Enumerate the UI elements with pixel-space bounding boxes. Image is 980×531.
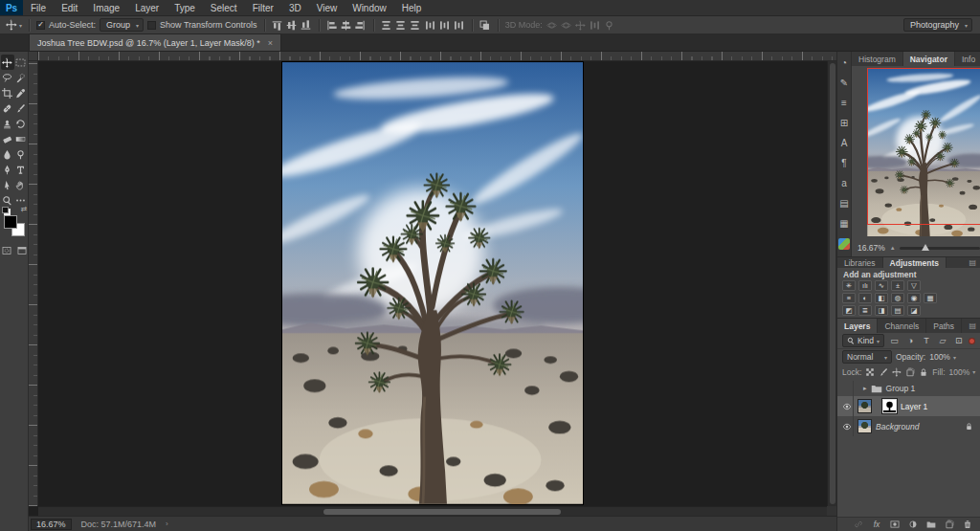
adjustment-hue-saturation[interactable]: ≡ xyxy=(842,293,856,303)
tab-adjustments[interactable]: Adjustments xyxy=(883,257,947,268)
layer-row-group1[interactable]: ▸ Group 1 xyxy=(837,381,980,396)
filter-smart-objects-icon[interactable]: ⊡ xyxy=(952,335,965,346)
layer-name[interactable]: Background xyxy=(876,422,919,431)
brush-panel-icon[interactable]: ✎ xyxy=(837,77,851,89)
crop-tool[interactable] xyxy=(1,85,14,100)
tab-navigator[interactable]: Navigator xyxy=(903,52,955,66)
navigator-thumbnail[interactable] xyxy=(867,68,980,236)
menu-help[interactable]: Help xyxy=(394,0,430,15)
align-bottom-button[interactable] xyxy=(301,19,312,31)
lasso-tool[interactable] xyxy=(1,70,14,85)
horizontal-scrollbar-thumb[interactable] xyxy=(323,509,561,515)
canvas-area[interactable] xyxy=(29,52,836,516)
distribute-right-button[interactable] xyxy=(454,19,465,31)
vertical-scrollbar[interactable] xyxy=(827,61,836,506)
layer-thumbnail[interactable] xyxy=(858,419,872,433)
filter-adjustment-layers-icon[interactable]: ◑ xyxy=(904,335,917,346)
default-colors-icon[interactable] xyxy=(2,207,9,213)
new-layer-button[interactable] xyxy=(944,520,955,530)
filter-pixel-layers-icon[interactable]: ▭ xyxy=(888,335,901,346)
adjustment-color-lookup[interactable]: ▦ xyxy=(924,293,937,303)
layer-row-layer1[interactable]: Layer 1 xyxy=(837,396,980,416)
filter-type-layers-icon[interactable]: T xyxy=(921,335,933,346)
tab-info[interactable]: Info xyxy=(955,52,980,66)
tab-channels[interactable]: Channels xyxy=(878,319,926,333)
menu-select[interactable]: Select xyxy=(203,0,245,15)
menu-edit[interactable]: Edit xyxy=(54,0,85,15)
distribute-top-button[interactable] xyxy=(381,19,392,31)
menu-3d[interactable]: 3D xyxy=(281,0,309,15)
tab-histogram[interactable]: Histogram xyxy=(852,52,903,66)
path-selection-tool[interactable] xyxy=(1,177,14,192)
rectangular-marquee-tool[interactable] xyxy=(14,55,28,70)
adjustment-brightness-contrast[interactable]: ✳ xyxy=(842,280,856,291)
distribute-bottom-button[interactable] xyxy=(410,19,421,31)
fill-input[interactable]: 100%▾ xyxy=(949,367,976,377)
eraser-tool[interactable] xyxy=(1,131,14,146)
distribute-vertical-centers-button[interactable] xyxy=(395,19,407,31)
blend-mode-select[interactable]: Normal▾ xyxy=(842,350,892,364)
vertical-ruler[interactable] xyxy=(29,61,38,506)
distribute-horizontal-centers-button[interactable] xyxy=(439,19,451,31)
layer-filtering-toggle[interactable] xyxy=(969,338,975,344)
new-adjustment-layer-button[interactable] xyxy=(907,520,919,530)
adjustment-threshold[interactable]: ◨ xyxy=(875,305,888,316)
horizontal-ruler[interactable] xyxy=(38,52,836,61)
lock-transparency-button[interactable] xyxy=(865,366,875,377)
auto-align-layers-button[interactable] xyxy=(479,19,491,31)
lock-all-button[interactable] xyxy=(919,366,928,377)
zoom-out-icon[interactable]: ▲ xyxy=(890,245,896,251)
zoom-tool[interactable] xyxy=(1,192,14,208)
adjustment-color-balance[interactable]: ◐ xyxy=(858,293,872,303)
mini-bridge-panel-icon[interactable] xyxy=(838,238,850,250)
foreground-color-swatch[interactable] xyxy=(4,215,17,229)
auto-select-checkbox[interactable] xyxy=(36,21,45,30)
tool-presets-panel-icon[interactable]: ≡ xyxy=(837,98,851,109)
canvas[interactable] xyxy=(38,61,827,506)
panel-menu-icon[interactable]: ▤ xyxy=(965,319,980,333)
quick-mask-button[interactable] xyxy=(1,246,12,255)
opacity-input[interactable]: 100%▾ xyxy=(929,352,956,362)
navigator-view-box[interactable] xyxy=(867,68,980,225)
adjustment-selective-color[interactable]: ◪ xyxy=(907,305,921,316)
menu-file[interactable]: File xyxy=(23,0,54,15)
histogram-compact-panel-icon[interactable]: ▦ xyxy=(837,218,851,230)
align-right-button[interactable] xyxy=(355,19,367,31)
tab-libraries[interactable]: Libraries xyxy=(837,257,883,268)
status-options-chevron[interactable]: › xyxy=(166,520,168,528)
adjustment-exposure[interactable]: ± xyxy=(891,280,904,291)
clone-stamp-tool[interactable] xyxy=(1,116,14,131)
current-tool-preset[interactable]: ▾ xyxy=(6,19,22,31)
zoom-level-input[interactable]: 16.67% xyxy=(31,519,72,530)
workspace-select[interactable]: Photography▾ xyxy=(903,18,972,32)
show-transform-checkbox[interactable] xyxy=(147,21,156,30)
adjustment-vibrance[interactable]: ▽ xyxy=(907,280,921,291)
layer-filter-kind-select[interactable]: Kind ▾ xyxy=(842,334,884,347)
distribute-left-button[interactable] xyxy=(425,19,436,31)
adjustment-channel-mixer[interactable]: ◉ xyxy=(907,293,921,303)
layer-style-button[interactable]: fx xyxy=(871,520,882,530)
spot-healing-brush-tool[interactable] xyxy=(1,100,14,116)
align-horizontal-centers-button[interactable] xyxy=(341,19,352,31)
gradient-tool[interactable] xyxy=(14,131,28,146)
paragraph-styles-panel-icon[interactable]: ▤ xyxy=(837,198,851,210)
menu-window[interactable]: Window xyxy=(345,0,394,15)
visibility-toggle[interactable] xyxy=(840,396,854,416)
layer-mask-thumbnail[interactable] xyxy=(882,399,897,413)
eyedropper-tool[interactable] xyxy=(14,85,28,100)
document-tab[interactable]: Joshua Tree BDW.psd @ 16.7% (Layer 1, La… xyxy=(29,33,281,51)
hand-tool[interactable] xyxy=(14,177,28,192)
visibility-toggle[interactable] xyxy=(840,416,854,436)
menu-view[interactable]: View xyxy=(309,0,345,15)
clone-source-panel-icon[interactable]: ◔ xyxy=(837,57,851,69)
zoom-slider-track[interactable] xyxy=(900,247,980,250)
align-top-button[interactable] xyxy=(272,19,283,31)
lock-position-button[interactable] xyxy=(892,366,902,377)
link-layers-button[interactable] xyxy=(853,520,864,530)
menu-type[interactable]: Type xyxy=(167,0,203,15)
menu-filter[interactable]: Filter xyxy=(245,0,281,15)
horizontal-scrollbar[interactable] xyxy=(38,506,827,516)
vertical-scrollbar-thumb[interactable] xyxy=(830,63,835,504)
layer-comps-panel-icon[interactable]: ⊞ xyxy=(837,118,851,129)
lock-artboard-button[interactable] xyxy=(905,366,915,377)
